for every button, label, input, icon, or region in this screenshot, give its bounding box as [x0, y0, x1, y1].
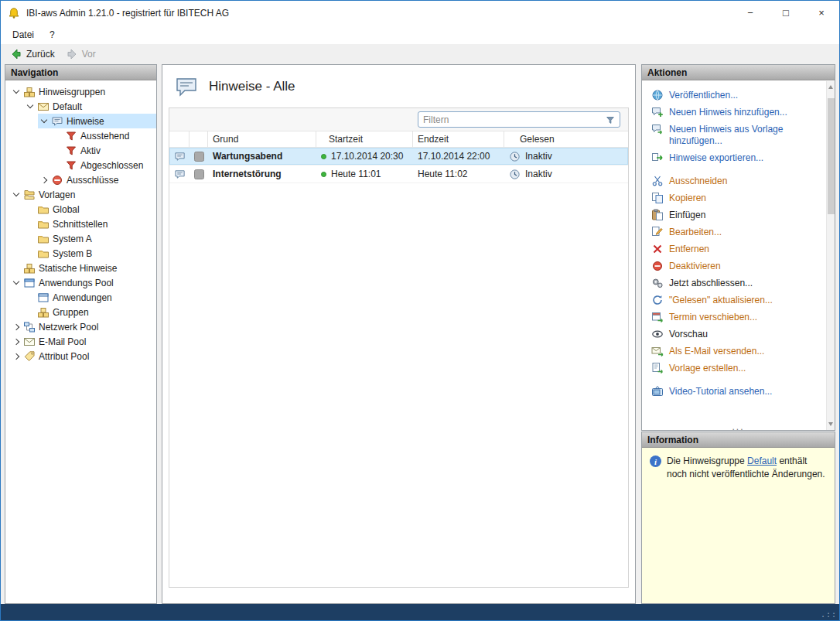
action-veroeffentlichen[interactable]: Veröffentlichen...: [651, 89, 819, 101]
close-button[interactable]: ×: [804, 1, 839, 25]
chevron-expanded-icon[interactable]: [13, 87, 19, 94]
tree-item-label: Default: [53, 101, 85, 112]
actions-header: Aktionen: [642, 65, 835, 80]
tree-item-netzwerk-pool[interactable]: Netzwerk Pool: [10, 319, 156, 334]
notice-icon: [175, 76, 198, 97]
action-bearbeiten[interactable]: Bearbeiten...: [651, 226, 819, 238]
chevron-collapsed-icon[interactable]: [13, 353, 19, 359]
chevron-expanded-icon[interactable]: [41, 117, 47, 123]
publish-icon: [651, 89, 664, 101]
tree-item-attribut-pool[interactable]: Attribut Pool: [10, 349, 156, 363]
scroll-down-icon[interactable]: [828, 422, 833, 426]
cell-gelesen: Inaktiv: [525, 151, 552, 162]
tree-item-system-b[interactable]: System B: [24, 246, 156, 261]
cell-grund: Wartungsabend: [208, 148, 316, 165]
action-neuer-hinweis[interactable]: Neuen Hinweis hinzufügen...: [651, 106, 819, 118]
chevron-collapsed-icon[interactable]: [13, 338, 19, 344]
chevron-expanded-icon[interactable]: [13, 278, 19, 285]
tree-item-abgeschlossen[interactable]: Abgeschlossen: [52, 158, 156, 172]
toolbar: Zurück Vor: [1, 44, 839, 64]
action-hinweise-exportieren[interactable]: Hinweise exportieren...: [651, 152, 819, 164]
action-ausschneiden[interactable]: Ausschneiden: [651, 175, 819, 187]
remove-icon: [651, 243, 664, 255]
minimize-button[interactable]: −: [732, 1, 768, 25]
tree-item-email-pool[interactable]: E-Mail Pool: [10, 334, 156, 349]
titlebar[interactable]: IBI-aws Admin 1.21.0 - registriert für I…: [1, 1, 839, 25]
tree-item-anwendungs-pool[interactable]: Anwendungs Pool: [10, 275, 156, 290]
action-video-tutorial[interactable]: Video-Tutorial ansehen...: [651, 385, 819, 398]
column-header-grund[interactable]: Grund: [208, 131, 316, 147]
tree-item-vorlagen[interactable]: Vorlagen: [10, 187, 156, 202]
add-notice-icon: [651, 106, 664, 118]
column-header-startzeit[interactable]: Startzeit: [316, 131, 413, 147]
tree-item-aktiv[interactable]: Aktiv: [52, 143, 156, 158]
action-hinweis-aus-vorlage[interactable]: Neuen Hinweis aus Vorlage hinzufügen...: [651, 123, 819, 147]
scrollbar-thumb[interactable]: [828, 98, 835, 214]
tree-item-default[interactable]: Default: [24, 99, 156, 114]
folder-icon: [37, 203, 50, 216]
tree-item-label: Ausschlüsse: [67, 175, 121, 186]
table-row[interactable]: Internetstörung Heute 11:01 Heute 11:02 …: [169, 165, 628, 183]
tree-item-statische-hinweise[interactable]: Statische Hinweise: [10, 261, 156, 275]
notice-type-icon: [169, 165, 190, 183]
tree-item-hinweisgruppen[interactable]: Hinweisgruppen: [10, 84, 156, 99]
action-vorlage-erstellen[interactable]: Vorlage erstellen...: [651, 362, 819, 374]
filter-text-field[interactable]: [418, 114, 605, 125]
filter-input[interactable]: [418, 111, 620, 128]
refresh-icon: [651, 294, 664, 306]
actions-overflow-indicator[interactable]: ...: [642, 424, 835, 430]
tree-item-label: Hinweisgruppen: [39, 87, 108, 97]
scroll-up-icon[interactable]: [828, 85, 833, 89]
group-icon: [23, 86, 36, 98]
tree-item-ausstehend[interactable]: Ausstehend: [52, 128, 156, 143]
export-icon: [651, 152, 664, 164]
tree-item-system-a[interactable]: System A: [24, 231, 156, 246]
tree-item-ausschluesse[interactable]: Ausschlüsse: [38, 172, 156, 187]
column-header-type[interactable]: [169, 131, 190, 147]
color-swatch: [190, 165, 208, 183]
tree-item-gruppen[interactable]: Gruppen: [24, 305, 156, 319]
chevron-collapsed-icon[interactable]: [13, 323, 19, 329]
tree-item-hinweise[interactable]: Hinweise: [38, 114, 156, 128]
action-als-email-versenden[interactable]: Als E-Mail versenden...: [651, 345, 819, 357]
column-header-color[interactable]: [190, 131, 208, 147]
back-button[interactable]: Zurück: [5, 46, 60, 62]
column-header-endzeit[interactable]: Endzeit: [413, 131, 504, 147]
action-gelesen-aktualisieren[interactable]: "Gelesen" aktualisieren...: [651, 294, 819, 306]
filter-funnel-icon[interactable]: [605, 114, 616, 125]
menu-datei[interactable]: Datei: [5, 27, 42, 43]
forward-button[interactable]: Vor: [60, 46, 101, 62]
tree-item-global[interactable]: Global: [24, 202, 156, 217]
tree-item-label: E-Mail Pool: [39, 336, 89, 347]
status-green-dot: [321, 154, 326, 159]
chevron-collapsed-icon[interactable]: [41, 176, 47, 183]
maximize-button[interactable]: □: [768, 1, 804, 25]
action-entfernen[interactable]: Entfernen: [651, 243, 819, 255]
gelesen-status-icon: [509, 169, 521, 180]
paste-icon: [651, 209, 664, 221]
actions-scrollbar[interactable]: [826, 81, 835, 430]
action-kopieren[interactable]: Kopieren: [651, 192, 819, 204]
chevron-expanded-icon[interactable]: [27, 102, 33, 108]
exclusion-icon: [51, 174, 63, 186]
actions-panel: Aktionen Veröffentlichen... Neuen Hinwei…: [641, 64, 835, 431]
resize-grip[interactable]: .::: [821, 610, 839, 620]
table-row[interactable]: Wartungsabend 17.10.2014 20:30 17.10.201…: [169, 148, 628, 165]
tree-item-schnittstellen[interactable]: Schnittstellen: [24, 217, 156, 231]
action-termin-verschieben[interactable]: Termin verschieben...: [651, 311, 819, 323]
filter-band: [169, 108, 628, 131]
action-jetzt-abschliessen[interactable]: Jetzt abschliessen...: [651, 277, 819, 289]
default-group-link[interactable]: Default: [747, 456, 777, 466]
action-vorschau[interactable]: Vorschau: [651, 328, 819, 340]
gelesen-status-icon: [509, 151, 521, 162]
templates-icon: [23, 189, 36, 201]
column-header-gelesen[interactable]: Gelesen: [504, 131, 628, 147]
action-deaktivieren[interactable]: Deaktivieren: [651, 260, 819, 272]
tree-item-label: Netzwerk Pool: [39, 322, 101, 333]
action-einfuegen[interactable]: Einfügen: [651, 209, 819, 221]
tree-item-anwendungen[interactable]: Anwendungen: [24, 290, 156, 305]
notices-table: Grund Startzeit Endzeit Gelesen Wartungs…: [169, 107, 629, 588]
chevron-expanded-icon[interactable]: [13, 190, 19, 196]
color-swatch: [190, 148, 208, 165]
menu-help[interactable]: ?: [42, 27, 63, 43]
